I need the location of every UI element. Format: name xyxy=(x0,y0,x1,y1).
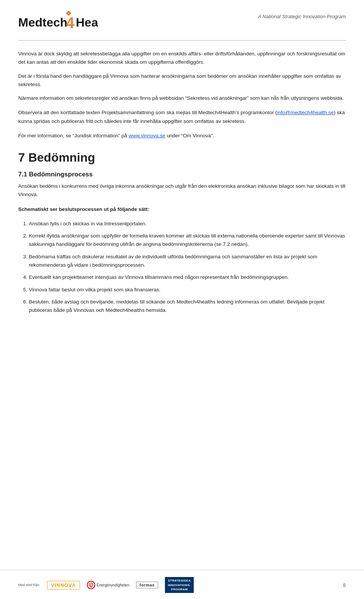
svg-text:Medtech: Medtech xyxy=(18,16,67,29)
list-item-6: Besluten, både avslag och beviljande, me… xyxy=(29,298,346,315)
footer-sip-logo: STRATEGISKA INNOVATIONS- PROGRAM xyxy=(165,577,194,593)
schematic-bold-text: Schematiskt ser beslutsprocessen ut på f… xyxy=(18,206,149,212)
observera-prefix: Observera att den kortfattade texten Pro… xyxy=(18,110,277,115)
logo: Medtech 4 Health xyxy=(18,11,98,33)
list-item-1: Ansökan fylls i och skickas in via Intre… xyxy=(29,220,346,228)
energi-label: Energimyndigheten xyxy=(97,583,129,587)
section-7-heading: 7 Bedömning xyxy=(18,151,346,165)
page: Medtech 4 Health A National Strategic In… xyxy=(0,0,364,599)
footer-support-text: Med stöd från: xyxy=(18,583,40,587)
more-info-prefix: För mer information, se “Juridisk inform… xyxy=(18,133,129,138)
svg-text:E: E xyxy=(90,584,92,586)
more-info-text: För mer information, se “Juridisk inform… xyxy=(18,132,346,140)
section-71-intro: Ansökan bedöms i konkurrens med övriga i… xyxy=(18,182,346,199)
footer-energi-logo: E Energimyndigheten xyxy=(87,581,129,589)
logo-area: Medtech 4 Health xyxy=(18,11,98,33)
section-71-heading: 7.1 Bedömningsprocess xyxy=(18,171,346,178)
logo-svg: Medtech 4 Health xyxy=(18,11,98,33)
observera-paragraph: Observera att den kortfattade texten Pro… xyxy=(18,108,346,126)
vinnova-label: VINNOVA xyxy=(51,582,76,588)
list-item-3: Bedömarna träffas och diskuterar resulta… xyxy=(29,253,346,270)
process-list: Ansökan fylls i och skickas in via Intre… xyxy=(29,220,346,314)
header: Medtech 4 Health A National Strategic In… xyxy=(0,0,364,33)
intro-para-3: Närmare information om sekretessregler v… xyxy=(18,94,346,102)
intro-para-2: Det är i första hand den handläggare på … xyxy=(18,72,346,89)
svg-text:Health: Health xyxy=(76,16,98,29)
formas-label: formas xyxy=(140,583,155,587)
svg-text:4: 4 xyxy=(66,14,75,31)
footer: Med stöd från: VINNOVA E Energimyndighet… xyxy=(0,570,364,599)
more-info-suffix: under “Om Vinnova”. xyxy=(165,133,214,138)
intro-text: Vinnova är dock skyldig att sekretessbel… xyxy=(18,50,346,102)
email-link[interactable]: info@medtech4health.se xyxy=(277,110,334,115)
sip-label: STRATEGISKA INNOVATIONS- PROGRAM xyxy=(168,579,191,591)
list-item-4: Eventuellt kan projektteamet intervjuas … xyxy=(29,273,346,281)
footer-vinnova-logo: VINNOVA xyxy=(47,581,80,590)
observera-text: Observera att den kortfattade texten Pro… xyxy=(18,108,346,126)
intro-para-1: Vinnova är dock skyldig att sekretessbel… xyxy=(18,50,346,67)
vinnova-link[interactable]: www.vinnova.se xyxy=(129,133,165,138)
footer-formas-logo: formas xyxy=(136,582,158,588)
more-info-paragraph: För mer information, se “Juridisk inform… xyxy=(18,132,346,140)
page-number: 8 xyxy=(343,582,346,588)
main-content: Vinnova är dock skyldig att sekretessbel… xyxy=(0,41,364,570)
schematic-label: Schematiskt ser beslutsprocessen ut på f… xyxy=(18,205,346,214)
list-item-2: Korrekt ifyllda ansökningar som uppfylle… xyxy=(29,232,346,249)
list-item-5: Vinnova fattar beslut om vilka projekt s… xyxy=(29,286,346,294)
energi-icon: E xyxy=(87,581,95,589)
tagline: A National Strategic Innovation Program xyxy=(258,11,346,19)
